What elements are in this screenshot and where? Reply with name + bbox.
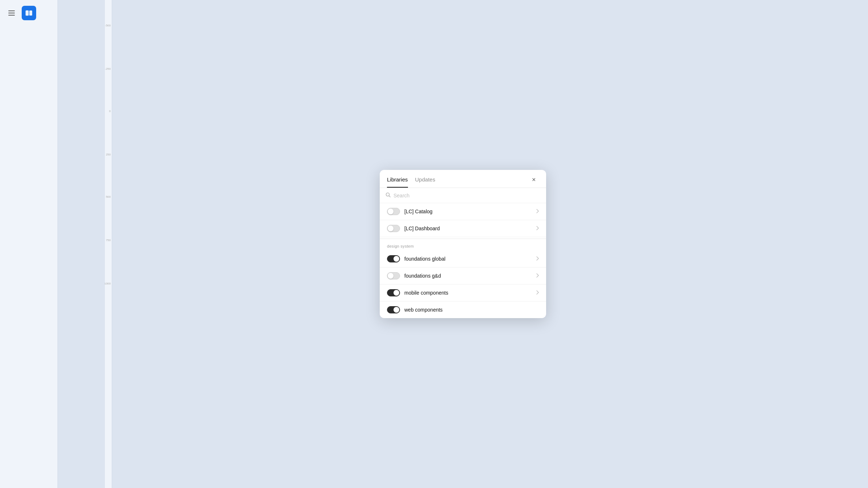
list-item[interactable]: web components [380,301,546,318]
chevron-right-icon [536,209,539,214]
library-name-lc-catalog: [LC] Catalog [404,209,532,214]
ruler-tick: 500 [105,195,112,198]
tab-updates[interactable]: Updates [415,176,435,188]
library-name-web-components: web components [404,307,539,313]
chevron-right-icon [536,226,539,231]
chevron-right-icon [536,290,539,296]
modal-body: [LC] Catalog [LC] Dashboard [380,203,546,318]
canvas-area: -500 -250 0 250 500 750 1000 Libraries U… [58,0,868,488]
toggle-foundations-global[interactable] [387,255,400,262]
list-item[interactable]: [LC] Dashboard [380,220,546,237]
svg-line-7 [389,196,391,197]
svg-rect-3 [26,10,29,16]
list-item[interactable]: mobile components [380,284,546,301]
modal-header: Libraries Updates × [380,170,546,188]
list-item[interactable]: foundations global [380,251,546,267]
library-button[interactable] [22,6,36,20]
ruler-tick: 750 [105,239,112,242]
chevron-right-icon [536,273,539,279]
ruler-tick: -250 [105,67,112,70]
svg-rect-4 [29,10,32,16]
ruler: -500 -250 0 250 500 750 1000 [105,0,112,488]
design-system-section: foundations global foundations g&d [380,251,546,318]
toggle-knob [388,273,393,279]
toggle-knob [393,256,399,262]
libraries-modal: Libraries Updates × [380,170,546,318]
svg-rect-0 [8,10,15,11]
toolbar [0,0,58,488]
ruler-tick: 0 [105,110,112,113]
close-button[interactable]: × [529,177,539,187]
library-name-foundations-global: foundations global [404,256,532,262]
toggle-knob [393,307,399,313]
svg-rect-2 [8,15,15,16]
hamburger-button[interactable] [4,6,19,20]
search-icon [386,192,391,198]
tab-libraries[interactable]: Libraries [387,176,408,188]
library-name-lc-dashboard: [LC] Dashboard [404,226,532,231]
search-bar [380,188,546,203]
default-libraries-section: [LC] Catalog [LC] Dashboard [380,203,546,237]
modal-wrapper: Libraries Updates × [380,170,546,318]
list-item[interactable]: foundations g&d [380,267,546,284]
library-name-mobile-components: mobile components [404,290,532,296]
toggle-foundations-gd[interactable] [387,272,400,279]
chevron-right-icon [536,256,539,262]
toggle-lc-dashboard[interactable] [387,225,400,232]
list-item[interactable]: [LC] Catalog [380,203,546,220]
svg-rect-1 [8,13,15,13]
toolbar-icons [4,6,36,20]
search-input[interactable] [393,193,540,198]
library-name-foundations-gd: foundations g&d [404,273,532,279]
toggle-knob [393,290,399,296]
toggle-lc-catalog[interactable] [387,208,400,215]
toggle-mobile-components[interactable] [387,289,400,296]
ruler-tick: -500 [105,24,112,27]
ruler-tick: 1000 [105,282,112,285]
toggle-web-components[interactable] [387,306,400,313]
ruler-tick: 250 [105,153,112,156]
toggle-knob [388,226,393,231]
toggle-knob [388,209,393,214]
design-system-section-label: design system [380,239,546,251]
